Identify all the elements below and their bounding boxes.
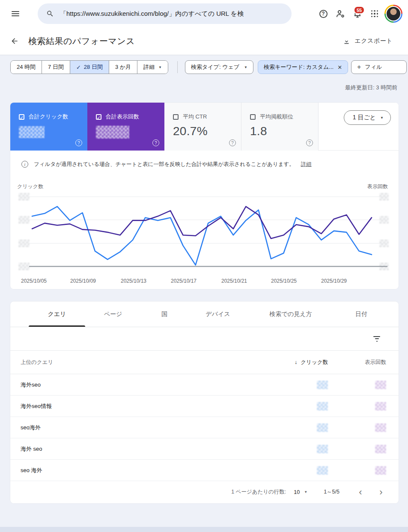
left-axis-label: クリック数 <box>17 183 43 190</box>
help-icon[interactable]: ? <box>75 139 82 146</box>
x-tick-label: 2025/10/05 <box>17 278 51 284</box>
blurred-impressions-cell <box>375 466 386 475</box>
close-icon[interactable]: ✕ <box>337 64 342 71</box>
menu-button[interactable] <box>7 5 24 22</box>
blurred-clicks-cell <box>317 381 328 389</box>
metric-tile-total-clicks[interactable]: ✓合計クリック数 ? <box>10 103 87 151</box>
date-range-custom[interactable]: 詳細▼ <box>137 61 168 74</box>
tab-2[interactable]: ページ <box>85 301 141 327</box>
add-filter-chip[interactable]: + フィル <box>351 60 407 74</box>
account-avatar[interactable] <box>383 3 404 24</box>
notifications-button[interactable]: 55 <box>349 5 366 22</box>
tab-3[interactable]: 国 <box>141 301 188 327</box>
chevron-down-icon[interactable]: ▼ <box>304 490 307 494</box>
add-filter-label: フィル <box>365 63 382 71</box>
search-icon <box>46 10 54 18</box>
last-updated: 最終更新日: 3 時間前 <box>0 84 397 92</box>
x-tick-label: 2025/10/25 <box>267 278 301 284</box>
table-row[interactable]: seo海外 <box>10 417 399 438</box>
person-gear-icon <box>335 9 345 19</box>
right-axis-label: 表示回数 <box>367 183 388 190</box>
metric-tile-average-ctr[interactable]: 平均 CTR 20.7% ? <box>164 103 241 151</box>
metric-label: 合計表示回数 <box>106 113 139 121</box>
x-tick-label: 2025/10/21 <box>217 278 251 284</box>
date-range-option[interactable]: 3 か月 <box>109 61 137 74</box>
table-header: 上位のクエリ ↓クリック数 表示回数 <box>10 351 399 374</box>
account-settings-button[interactable] <box>332 5 349 22</box>
help-button[interactable]: ? <box>315 5 332 22</box>
tab-4[interactable]: デバイス <box>188 301 248 327</box>
granularity-area: 1 日ごと ▼ <box>319 103 399 150</box>
info-banner-text: フィルタが適用されている場合、チャートと表に一部を反映した合計や結果が表示される… <box>34 161 295 168</box>
help-icon[interactable]: ? <box>152 139 159 146</box>
table-row[interactable]: 海外seo <box>10 374 399 396</box>
filter-list-button[interactable] <box>373 336 380 342</box>
checkbox-checked-icon: ✓ <box>96 114 101 120</box>
date-range-option[interactable]: ✓28 日間 <box>70 61 109 74</box>
granularity-dropdown[interactable]: 1 日ごと ▼ <box>344 110 391 125</box>
page-bottom-strip <box>0 527 408 532</box>
blurred-clicks-cell <box>317 423 328 432</box>
x-tick-label: 2025/10/09 <box>66 278 100 284</box>
rows-per-page-value[interactable]: 10 <box>294 489 300 495</box>
back-button[interactable] <box>10 37 19 45</box>
series-表示回数 <box>32 207 372 239</box>
previous-page-button[interactable]: ‹ <box>354 488 367 497</box>
dimensions-table-card: クエリページ国デバイス検索での見え方日付 上位のクエリ ↓クリック数 表示回数 … <box>10 301 399 503</box>
apps-button[interactable] <box>366 5 383 22</box>
table-row[interactable]: 海外seo情報 <box>10 396 399 417</box>
query-text: seo海外 <box>10 424 277 432</box>
tab-1[interactable]: クエリ <box>29 301 85 327</box>
search-type-label: 検索タイプ: ウェブ <box>191 63 239 71</box>
plus-icon: + <box>357 63 361 71</box>
table-toolbar <box>10 327 399 351</box>
chart-canvas[interactable] <box>10 191 399 278</box>
column-header-clicks[interactable]: ↓クリック数 <box>277 359 328 366</box>
x-axis-labels: 2025/10/052025/10/092025/10/132025/10/17… <box>10 278 399 286</box>
rows-per-page-label: 1 ページあたりの行数: <box>231 488 286 496</box>
info-icon: i <box>21 161 28 168</box>
blurred-impressions-cell <box>375 381 386 389</box>
column-header-impressions[interactable]: 表示回数 <box>328 359 386 366</box>
keyword-filter-label: 検索キーワード: カスタム... <box>264 63 334 71</box>
search-box[interactable]: 「https://www.suzukikenichi.com/blog/」内のす… <box>38 3 292 24</box>
x-tick-label: 2025/10/17 <box>167 278 201 284</box>
help-icon[interactable]: ? <box>306 139 313 146</box>
avatar-ring <box>384 5 402 23</box>
help-icon[interactable]: ? <box>229 139 236 146</box>
notification-badge: 55 <box>354 6 365 14</box>
download-icon <box>343 38 350 45</box>
date-range-option[interactable]: 7 日間 <box>42 61 70 74</box>
performance-summary-card: ✓合計クリック数 ? ✓合計表示回数 ? 平均 CTR 20.7% ? 平均掲載… <box>10 103 399 289</box>
metric-tile-average-position[interactable]: 平均掲載順位 1.8 ? <box>241 103 319 151</box>
page-title: 検索結果のパフォーマンス <box>28 35 135 47</box>
chevron-down-icon: ▼ <box>380 116 384 120</box>
next-page-button[interactable]: › <box>375 488 387 497</box>
table-row[interactable]: seo 海外 <box>10 460 399 481</box>
tab-5[interactable]: 検索での見え方 <box>248 301 334 327</box>
blurred-impressions-cell <box>375 402 386 411</box>
metric-tiles: ✓合計クリック数 ? ✓合計表示回数 ? 平均 CTR 20.7% ? 平均掲載… <box>10 103 399 151</box>
filter-divider <box>177 61 178 73</box>
metric-tile-total-impressions[interactable]: ✓合計表示回数 ? <box>87 103 164 151</box>
metric-label: 平均掲載順位 <box>260 113 293 121</box>
blurred-clicks-cell <box>317 402 328 411</box>
check-icon: ✓ <box>76 64 81 71</box>
tab-6[interactable]: 日付 <box>334 301 389 327</box>
date-range-option[interactable]: 24 時間 <box>11 61 42 74</box>
metric-label: 合計クリック数 <box>29 113 68 121</box>
keyword-filter-chip[interactable]: 検索キーワード: カスタム... ✕ <box>258 60 348 74</box>
x-tick-label: 2025/10/29 <box>317 278 351 284</box>
position-value: 1.8 <box>250 124 318 138</box>
timeseries-chart: クリック数 表示回数 2025/10/052025/10/092025/10/1… <box>10 183 399 286</box>
dimension-tabs: クエリページ国デバイス検索での見え方日付 <box>10 301 399 327</box>
export-button[interactable]: エクスポート <box>343 37 393 45</box>
search-type-chip[interactable]: 検索タイプ: ウェブ ▼ <box>185 60 253 74</box>
help-icon: ? <box>319 10 328 18</box>
ctr-value: 20.7% <box>173 124 241 138</box>
query-text: 海外seo情報 <box>10 402 277 410</box>
info-banner: i フィルタが適用されている場合、チャートと表に一部を反映した合計や結果が表示さ… <box>21 159 399 169</box>
learn-more-link[interactable]: 詳細 <box>301 161 312 168</box>
table-row[interactable]: 海外 seo <box>10 438 399 460</box>
avatar <box>386 6 401 21</box>
